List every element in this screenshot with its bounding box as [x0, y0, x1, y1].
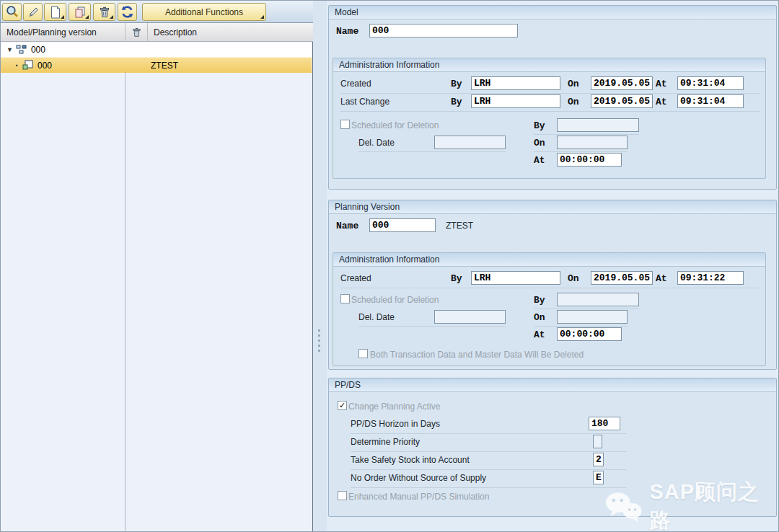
tree-column-header-model[interactable]: Model/Planning version	[1, 23, 126, 41]
pv-deletion-at-field: 00:00:00	[557, 327, 622, 341]
created-label: Created	[340, 79, 371, 89]
planning-version-groupbox: Planning Version Name 000 ZTEST Administ…	[328, 200, 777, 370]
enhanced-manual-ppds-checkbox	[338, 491, 347, 500]
ppds-horizon-field[interactable]: 180	[589, 417, 620, 430]
tree-toolbar: Additional Functions	[1, 1, 313, 23]
watermark-text: SAP顾问之路	[649, 478, 779, 532]
pv-admin-groupbox: Administration Information Created By LR…	[333, 252, 766, 366]
by-label: By	[451, 273, 462, 284]
model-groupbox: Model Name 000 Administration Informatio…	[328, 5, 777, 190]
change-planning-active-label: Change Planning Active	[348, 402, 440, 412]
refresh-button[interactable]	[118, 3, 137, 21]
additional-functions-button[interactable]: Additional Functions	[142, 3, 266, 21]
splitter-grip-icon	[318, 329, 320, 352]
on-label: On	[568, 273, 579, 284]
magnifier-icon	[5, 5, 19, 19]
pv-created-by-field[interactable]: LRH	[471, 271, 560, 285]
model-icon	[16, 45, 27, 55]
tree-column-header-delete[interactable]	[126, 23, 148, 41]
created-label: Created	[340, 273, 371, 283]
on-label: On	[534, 138, 545, 148]
created-on-field[interactable]: 2019.05.05	[591, 76, 653, 90]
expand-triangle-icon[interactable]: ▼	[6, 46, 13, 53]
by-label: By	[534, 120, 545, 131]
planning-version-title: Planning Version	[329, 200, 776, 214]
determine-priority-field[interactable]	[593, 435, 602, 448]
pv-description-text: ZTEST	[446, 221, 473, 231]
tree-bullet: ·	[15, 59, 19, 71]
watermark: SAP顾问之路	[605, 478, 779, 532]
wechat-icon	[605, 491, 642, 523]
both-data-deleted-checkbox	[358, 349, 368, 358]
tree-node-label: 000	[31, 45, 45, 55]
scheduled-for-deletion-label: Scheduled for Deletion	[351, 295, 439, 305]
detail-panel: Model Name 000 Administration Informatio…	[327, 1, 779, 532]
model-groupbox-title: Model	[329, 6, 776, 19]
created-at-field[interactable]: 09:31:04	[677, 76, 744, 90]
copy-button[interactable]	[69, 3, 91, 21]
changed-at-field[interactable]: 09:31:04	[677, 94, 744, 108]
delete-button[interactable]	[93, 3, 115, 21]
pv-deletion-by-field	[557, 293, 639, 306]
trash-icon	[98, 6, 111, 19]
scheduled-for-deletion-label: Scheduled for Deletion	[351, 120, 439, 130]
tree-node-label: 000	[38, 61, 52, 71]
pencil-icon	[27, 6, 40, 19]
pv-admin-title: Administration Information	[333, 253, 765, 267]
change-planning-active-checkbox: ✓	[338, 401, 347, 410]
model-admin-title: Administration Information	[333, 58, 765, 72]
at-label: At	[656, 97, 667, 107]
pv-name-label: Name	[336, 221, 358, 231]
del-date-label: Del. Date	[358, 138, 395, 148]
del-date-label: Del. Date	[358, 312, 395, 322]
refresh-icon	[120, 5, 134, 19]
on-label: On	[534, 312, 545, 323]
deletion-at-field: 00:00:00	[557, 153, 622, 167]
model-name-field[interactable]: 000	[369, 24, 518, 37]
no-order-field[interactable]: E	[593, 471, 604, 484]
pv-created-on-field[interactable]: 2019.05.05	[591, 271, 653, 285]
no-order-label: No Order Without Source of Supply	[351, 473, 486, 483]
scheduled-for-deletion-checkbox	[340, 120, 350, 129]
safety-stock-field[interactable]: 2	[593, 453, 604, 466]
tree-column-header-description[interactable]: Description	[148, 23, 313, 41]
panel-splitter[interactable]	[313, 1, 327, 532]
created-by-field[interactable]: LRH	[471, 76, 560, 90]
del-date-field[interactable]	[434, 136, 506, 149]
tree-row-planning-version-000[interactable]: · 000 ZTEST	[1, 57, 312, 73]
edit-button[interactable]	[23, 3, 43, 21]
on-label: On	[568, 79, 579, 89]
at-label: At	[534, 329, 545, 340]
create-button[interactable]	[44, 3, 66, 21]
copy-icon	[74, 6, 87, 19]
determine-priority-label: Determine Priority	[351, 437, 420, 447]
tree-cell-description	[148, 42, 312, 57]
pv-created-at-field[interactable]: 09:31:22	[677, 271, 744, 285]
changed-on-field[interactable]: 2019.05.05	[591, 94, 653, 108]
both-data-deleted-label: Both Transaction Data and Master Data Wi…	[370, 350, 584, 360]
pv-del-date-field[interactable]	[434, 310, 506, 324]
last-change-label: Last Change	[340, 97, 390, 107]
display-button[interactable]	[2, 3, 22, 21]
at-label: At	[534, 155, 545, 166]
model-admin-groupbox: Administration Information Created By LR…	[333, 58, 766, 179]
changed-by-field[interactable]: LRH	[471, 94, 560, 108]
tree-column-divider	[125, 72, 126, 532]
ppds-horizon-label: PP/DS Horizon in Days	[351, 419, 440, 429]
model-name-label: Name	[336, 26, 358, 37]
at-label: At	[656, 273, 667, 284]
safety-stock-label: Take Safety Stock into Account	[351, 455, 470, 465]
by-label: By	[534, 295, 545, 306]
tree-row-model-000[interactable]: ▼ 000	[1, 42, 312, 57]
tree-panel: Additional Functions Model/Planning vers…	[1, 1, 313, 532]
tree-cell-description: ZTEST	[148, 58, 312, 73]
pv-deletion-on-field	[557, 310, 628, 324]
deletion-on-field	[557, 136, 628, 149]
scheduled-for-deletion-checkbox	[340, 294, 350, 303]
deletion-by-field	[557, 118, 639, 132]
pv-name-field[interactable]: 000	[369, 218, 436, 232]
new-document-icon	[49, 6, 61, 19]
by-label: By	[451, 97, 462, 107]
by-label: By	[451, 79, 462, 89]
sap-model-planning-window: Additional Functions Model/Planning vers…	[0, 0, 779, 532]
